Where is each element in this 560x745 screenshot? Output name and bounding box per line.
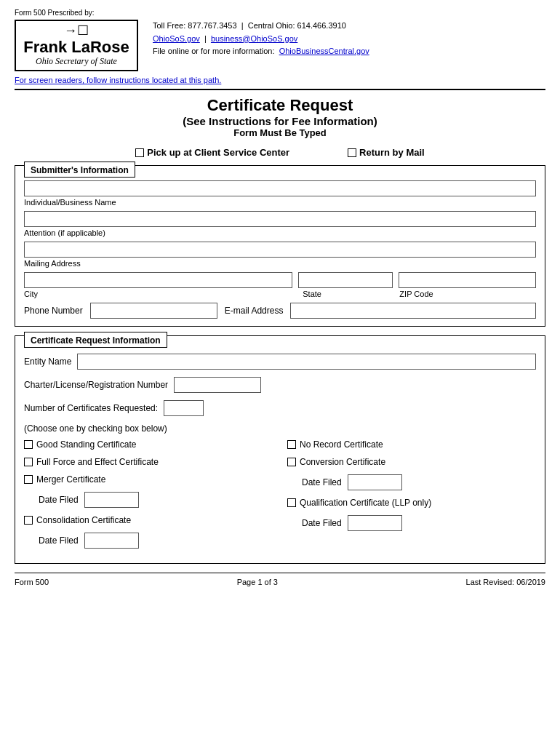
form-title: Certificate Request xyxy=(15,96,545,115)
full-force-checkbox[interactable] xyxy=(24,458,33,466)
entity-name-field-row: Entity Name xyxy=(24,354,536,370)
consolidation-checkbox[interactable] xyxy=(24,516,33,525)
consolidation-label: Consolidation Certificate xyxy=(36,515,131,525)
attention-input[interactable] xyxy=(24,211,536,227)
header-row: →☐ Frank LaRose Ohio Secretary of State … xyxy=(15,20,545,71)
num-certs-input[interactable] xyxy=(164,400,204,416)
no-record-checkbox[interactable] xyxy=(287,440,296,449)
logo-name: Frank LaRose xyxy=(22,39,131,56)
cert-right-col: No Record Certificate Conversion Certifi… xyxy=(287,439,536,556)
merger-date-label: Date Filed xyxy=(39,495,79,505)
conversion-date-label: Date Filed xyxy=(302,477,342,487)
contact-line3: File online or for more information: Ohi… xyxy=(153,45,369,58)
return-mail-checkbox[interactable] xyxy=(348,148,356,157)
form-note: Form Must Be Typed xyxy=(15,127,545,138)
footer: Form 500 Page 1 of 3 Last Revised: 06/20… xyxy=(15,573,545,586)
conversion-date-input[interactable] xyxy=(348,474,402,490)
qualification-check-row: Qualification Certificate (LLP only) xyxy=(287,498,536,508)
consolidation-date-input[interactable] xyxy=(84,533,139,549)
return-mail-label: Return by Mail xyxy=(359,147,425,158)
attention-label: Attention (if applicable) xyxy=(24,228,536,237)
qualification-date-input[interactable] xyxy=(348,515,402,531)
central-ohio-label: Central Ohio: xyxy=(248,21,295,30)
no-record-check-row: No Record Certificate xyxy=(287,439,536,450)
form-prescribed-label: Form 500 Prescribed by: xyxy=(15,9,545,17)
logo-arrow-icon: →☐ xyxy=(22,24,131,37)
screen-reader-link[interactable]: For screen readers, follow instructions … xyxy=(15,76,545,84)
header-divider xyxy=(15,89,545,90)
footer-page: Page 1 of 3 xyxy=(237,578,278,586)
attention-field-row: Attention (if applicable) xyxy=(24,211,536,237)
merger-date-input[interactable] xyxy=(84,492,139,508)
qualification-date-row: Date Filed xyxy=(302,515,536,531)
form-title-section: Certificate Request (See Instructions fo… xyxy=(15,96,545,138)
merger-date-row: Date Filed xyxy=(39,492,273,508)
file-online-text: File online or for more information: xyxy=(153,47,275,55)
return-mail-checkbox-label[interactable]: Return by Mail xyxy=(348,147,425,158)
good-standing-label: Good Standing Certificate xyxy=(36,439,136,450)
mailing-field-row: Mailing Address xyxy=(24,242,536,268)
qualification-date-label: Date Filed xyxy=(302,518,342,528)
mailing-label: Mailing Address xyxy=(24,259,536,268)
consolidation-check-row: Consolidation Certificate xyxy=(24,515,273,525)
cert-request-section-header: Certificate Request Information xyxy=(24,332,167,348)
options-row: Pick up at Client Service Center Return … xyxy=(15,147,545,158)
city-label: City xyxy=(24,290,297,298)
conversion-checkbox[interactable] xyxy=(287,458,296,466)
num-certs-label: Number of Certificates Requested: xyxy=(24,403,158,413)
cert-options: Good Standing Certificate Full Force and… xyxy=(24,439,536,556)
cert-left-col: Good Standing Certificate Full Force and… xyxy=(24,439,273,556)
business-name-label: Individual/Business Name xyxy=(24,198,536,207)
mailing-address-input[interactable] xyxy=(24,242,536,258)
qualification-checkbox[interactable] xyxy=(287,498,296,507)
submitter-section: Submitter's Information Individual/Busin… xyxy=(15,165,545,327)
submitter-section-header: Submitter's Information xyxy=(24,162,135,178)
merger-check-row: Merger Certificate xyxy=(24,474,273,485)
entity-name-label: Entity Name xyxy=(24,356,71,367)
merger-label: Merger Certificate xyxy=(36,474,105,485)
phone-email-row: Phone Number E-mail Address xyxy=(24,303,536,319)
qualification-label: Qualification Certificate (LLP only) xyxy=(300,498,431,508)
conversion-date-row: Date Filed xyxy=(302,474,536,490)
business-link[interactable]: business@OhioSoS.gov xyxy=(211,34,297,43)
state-input[interactable] xyxy=(298,272,393,288)
header-contact: Toll Free: 877.767.3453 | Central Ohio: … xyxy=(153,20,369,58)
phone-input[interactable] xyxy=(90,303,217,319)
form-subtitle: (See Instructions for Fee Information) xyxy=(15,115,545,127)
entity-name-input[interactable] xyxy=(77,354,536,370)
contact-line2: OhioSoS.gov | business@OhioSoS.gov xyxy=(153,33,369,46)
ohio-business-link[interactable]: OhioBusinessCentral.gov xyxy=(279,47,369,55)
charter-label: Charter/License/Registration Number xyxy=(24,380,168,390)
charter-input[interactable] xyxy=(174,377,261,393)
footer-revised: Last Revised: 06/2019 xyxy=(466,578,545,586)
consolidation-date-row: Date Filed xyxy=(39,533,273,549)
full-force-label: Full Force and Effect Certificate xyxy=(36,457,159,467)
choose-text: (Choose one by checking box below) xyxy=(24,423,167,434)
city-state-zip-labels: City State ZIP Code xyxy=(24,290,536,298)
consolidation-date-label: Date Filed xyxy=(39,535,79,546)
good-standing-checkbox[interactable] xyxy=(24,440,33,449)
logo-title: Ohio Secretary of State xyxy=(22,56,131,67)
conversion-check-row: Conversion Certificate xyxy=(287,457,536,467)
zip-input[interactable] xyxy=(399,272,536,288)
phone-label: Phone Number xyxy=(24,306,83,316)
good-standing-check-row: Good Standing Certificate xyxy=(24,439,273,450)
page: Form 500 Prescribed by: →☐ Frank LaRose … xyxy=(0,0,560,745)
full-force-check-row: Full Force and Effect Certificate xyxy=(24,457,273,467)
email-label: E-mail Address xyxy=(225,306,284,316)
pickup-label: Pick up at Client Service Center xyxy=(147,147,289,158)
city-input[interactable] xyxy=(24,272,292,288)
state-label: State xyxy=(303,290,393,298)
email-input[interactable] xyxy=(290,303,536,319)
logo-box: →☐ Frank LaRose Ohio Secretary of State xyxy=(15,20,138,71)
toll-free-number: 877.767.3453 xyxy=(188,21,236,30)
ohiosos-link[interactable]: OhioSoS.gov xyxy=(153,34,200,43)
footer-form-number: Form 500 xyxy=(15,578,49,586)
business-name-input[interactable] xyxy=(24,180,536,196)
business-name-field-row: Individual/Business Name xyxy=(24,180,536,207)
pickup-checkbox[interactable] xyxy=(135,148,144,157)
pickup-checkbox-label[interactable]: Pick up at Client Service Center xyxy=(135,147,289,158)
cert-request-section: Certificate Request Information Entity N… xyxy=(15,335,545,564)
merger-checkbox[interactable] xyxy=(24,475,33,484)
central-ohio-number: 614.466.3910 xyxy=(297,21,346,30)
